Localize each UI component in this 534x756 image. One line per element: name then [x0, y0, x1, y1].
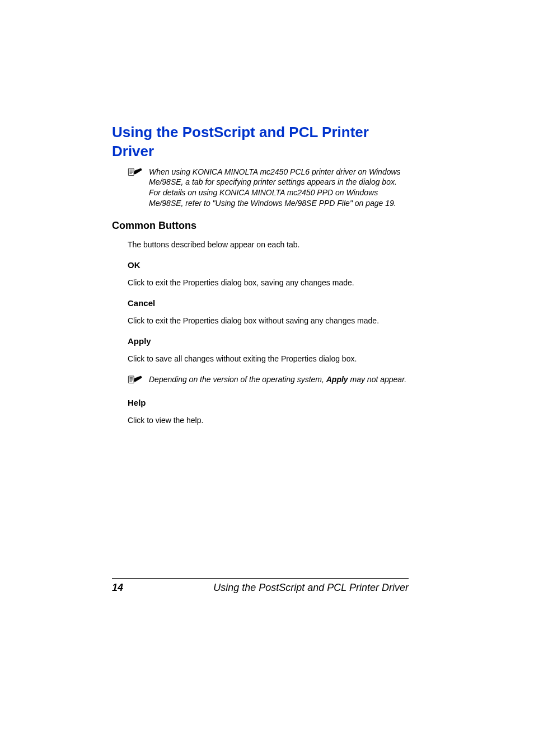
main-heading: Using the PostScript and PCL Printer Dri… — [112, 123, 409, 161]
footer: 14 Using the PostScript and PCL Printer … — [112, 578, 409, 594]
page-number: 14 — [112, 582, 123, 594]
page-container: Using the PostScript and PCL Printer Dri… — [0, 0, 534, 756]
help-text: Click to view the help. — [128, 415, 409, 426]
footer-row: 14 Using the PostScript and PCL Printer … — [112, 582, 409, 594]
common-buttons-heading: Common Buttons — [112, 220, 409, 232]
apply-text: Click to save all changes without exitin… — [128, 354, 409, 364]
top-note-line2: For details on using KONICA MINOLTA mc24… — [149, 188, 396, 208]
content-area: Using the PostScript and PCL Printer Dri… — [112, 123, 409, 436]
footer-title: Using the PostScript and PCL Printer Dri… — [213, 582, 409, 594]
top-note-line1: When using KONICA MINOLTA mc2450 PCL6 pr… — [149, 167, 401, 187]
top-note-block: When using KONICA MINOLTA mc2450 PCL6 pr… — [112, 167, 409, 209]
svg-rect-5 — [128, 376, 134, 383]
note-hand-icon — [128, 374, 143, 388]
cancel-heading: Cancel — [128, 298, 409, 308]
svg-rect-0 — [128, 168, 134, 176]
apply-note-block: Depending on the version of the operatin… — [128, 374, 409, 388]
common-buttons-body: The buttons described below appear on ea… — [128, 240, 409, 425]
cancel-text: Click to exit the Properties dialog box … — [128, 316, 409, 326]
note-hand-icon — [128, 167, 143, 180]
top-note-text: When using KONICA MINOLTA mc2450 PCL6 pr… — [149, 167, 409, 209]
ok-heading: OK — [128, 260, 409, 270]
footer-divider — [112, 578, 409, 579]
ok-text: Click to exit the Properties dialog box,… — [128, 278, 409, 288]
help-heading: Help — [128, 398, 409, 407]
apply-note-suffix: may not appear. — [348, 375, 407, 384]
apply-note-bold: Apply — [326, 375, 348, 384]
apply-heading: Apply — [128, 336, 409, 346]
common-buttons-intro: The buttons described below appear on ea… — [128, 240, 409, 250]
apply-note-text: Depending on the version of the operatin… — [149, 374, 406, 385]
apply-note-prefix: Depending on the version of the operatin… — [149, 375, 326, 384]
